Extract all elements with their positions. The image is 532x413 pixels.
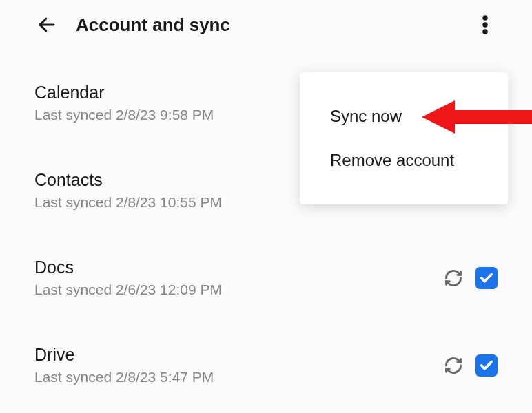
arrow-left-icon bbox=[37, 14, 57, 35]
item-subtitle: Last synced 2/8/23 5:47 PM bbox=[34, 369, 444, 385]
item-controls bbox=[444, 267, 498, 289]
sync-toggle-checkbox[interactable] bbox=[475, 354, 498, 377]
menu-item-sync-now[interactable]: Sync now bbox=[300, 94, 508, 138]
svg-point-3 bbox=[482, 29, 488, 34]
item-title: Docs bbox=[34, 257, 444, 277]
page-title: Account and sync bbox=[76, 14, 230, 36]
more-options-button[interactable] bbox=[473, 12, 498, 37]
check-icon bbox=[479, 358, 494, 373]
header-bar: Account and sync bbox=[0, 0, 532, 50]
sync-icon bbox=[444, 268, 463, 288]
more-vert-icon bbox=[482, 14, 488, 35]
sync-icon bbox=[444, 356, 463, 375]
list-item-text: Docs Last synced 2/6/23 12:09 PM bbox=[34, 257, 444, 298]
sync-item-docs[interactable]: Docs Last synced 2/6/23 12:09 PM bbox=[34, 257, 498, 298]
svg-point-1 bbox=[482, 15, 488, 21]
check-icon bbox=[479, 271, 494, 286]
item-title: Drive bbox=[34, 345, 444, 365]
overflow-menu: Sync now Remove account bbox=[300, 72, 508, 204]
back-button[interactable] bbox=[34, 12, 59, 37]
item-controls bbox=[444, 354, 498, 377]
sync-status-icon bbox=[444, 356, 463, 375]
sync-toggle-checkbox[interactable] bbox=[475, 267, 498, 289]
list-item-text: Drive Last synced 2/8/23 5:47 PM bbox=[34, 345, 444, 385]
svg-point-2 bbox=[482, 22, 488, 28]
item-subtitle: Last synced 2/6/23 12:09 PM bbox=[34, 282, 444, 298]
sync-status-icon bbox=[444, 268, 463, 288]
sync-item-drive[interactable]: Drive Last synced 2/8/23 5:47 PM bbox=[34, 345, 498, 385]
menu-item-remove-account[interactable]: Remove account bbox=[300, 138, 508, 182]
